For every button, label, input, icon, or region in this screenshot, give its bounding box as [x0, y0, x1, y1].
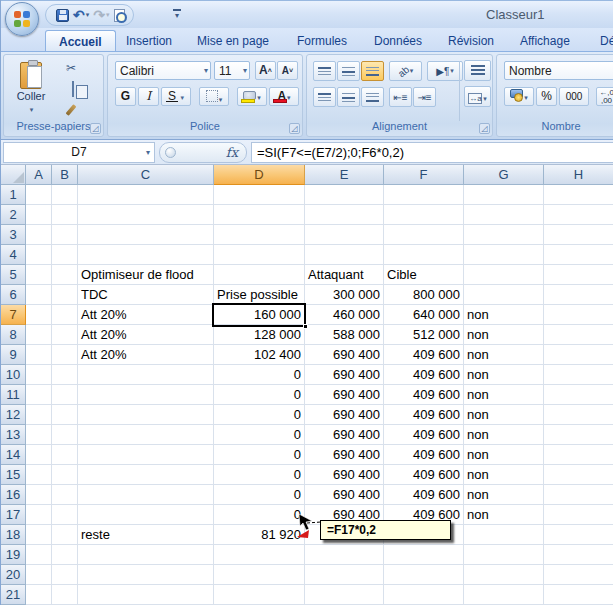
cell-A5[interactable]	[26, 265, 52, 285]
cell-E9[interactable]: 690 400	[305, 345, 384, 365]
cell-H9[interactable]	[544, 345, 613, 365]
column-header-H[interactable]: H	[544, 165, 613, 185]
alignment-dialog-launcher[interactable]: ◿	[479, 123, 490, 134]
cell-H12[interactable]	[544, 405, 613, 425]
save-button[interactable]	[56, 6, 69, 24]
cell-C6[interactable]: TDC	[78, 285, 214, 305]
text-direction-button[interactable]: ▶¶▾	[427, 61, 463, 81]
cell-D1[interactable]	[214, 185, 305, 205]
name-box[interactable]: D7▾	[3, 142, 155, 163]
cell-H5[interactable]	[544, 265, 613, 285]
increase-decimal-button[interactable]: ←,0,00	[596, 87, 613, 106]
cell-H3[interactable]	[544, 225, 613, 245]
cell-B15[interactable]	[52, 465, 78, 485]
cell-A15[interactable]	[26, 465, 52, 485]
cell-F2[interactable]	[384, 205, 464, 225]
cell-C19[interactable]	[78, 545, 214, 565]
cell-D6[interactable]: Prise possible	[214, 285, 305, 305]
row-header-5[interactable]: 5	[1, 265, 26, 285]
tab-mise-en-page[interactable]: Mise en page	[184, 30, 282, 52]
cell-F10[interactable]: 409 600	[384, 365, 464, 385]
cell-B10[interactable]	[52, 365, 78, 385]
cell-E13[interactable]: 690 400	[305, 425, 384, 445]
row-header-16[interactable]: 16	[1, 485, 26, 505]
cell-G6[interactable]	[464, 285, 544, 305]
undo-button[interactable]: ↶▾	[73, 6, 89, 24]
cell-A11[interactable]	[26, 385, 52, 405]
cell-G3[interactable]	[464, 225, 544, 245]
cut-button[interactable]: ✂	[60, 59, 82, 77]
underline-caret-icon[interactable]: ▾	[180, 94, 184, 101]
cell-H8[interactable]	[544, 325, 613, 345]
cell-H4[interactable]	[544, 245, 613, 265]
cell-H6[interactable]	[544, 285, 613, 305]
cell-D14[interactable]: 0	[214, 445, 305, 465]
cell-G7[interactable]: non	[464, 305, 544, 325]
row-header-6[interactable]: 6	[1, 285, 26, 305]
cell-F1[interactable]	[384, 185, 464, 205]
paste-caret-icon[interactable]: ▾	[30, 106, 34, 113]
cell-H10[interactable]	[544, 365, 613, 385]
cell-A6[interactable]	[26, 285, 52, 305]
cell-D20[interactable]	[214, 565, 305, 585]
cell-B2[interactable]	[52, 205, 78, 225]
cell-H7[interactable]	[544, 305, 613, 325]
cell-C20[interactable]	[78, 565, 214, 585]
font-name-select[interactable]: Calibri▾	[115, 61, 211, 80]
row-header-14[interactable]: 14	[1, 445, 26, 465]
cell-A21[interactable]	[26, 585, 52, 605]
fill-handle[interactable]	[303, 324, 308, 329]
cell-E12[interactable]: 690 400	[305, 405, 384, 425]
shrink-font-button[interactable]: A˅	[277, 61, 298, 80]
cell-B9[interactable]	[52, 345, 78, 365]
cell-G21[interactable]	[464, 585, 544, 605]
cell-F12[interactable]: 409 600	[384, 405, 464, 425]
cell-C4[interactable]	[78, 245, 214, 265]
cell-C16[interactable]	[78, 485, 214, 505]
cell-D15[interactable]: 0	[214, 465, 305, 485]
cell-A7[interactable]	[26, 305, 52, 325]
cell-G2[interactable]	[464, 205, 544, 225]
cell-G10[interactable]: non	[464, 365, 544, 385]
cell-G12[interactable]: non	[464, 405, 544, 425]
cell-C18[interactable]: reste	[78, 525, 214, 545]
cell-D16[interactable]: 0	[214, 485, 305, 505]
borders-button[interactable]: ▾	[199, 87, 229, 106]
cell-D5[interactable]	[214, 265, 305, 285]
cell-A18[interactable]	[26, 525, 52, 545]
align-bottom-button[interactable]	[361, 61, 384, 81]
cell-E15[interactable]: 690 400	[305, 465, 384, 485]
cell-B11[interactable]	[52, 385, 78, 405]
row-header-4[interactable]: 4	[1, 245, 26, 265]
orientation-button[interactable]: ab▾	[389, 61, 422, 81]
cell-B13[interactable]	[52, 425, 78, 445]
cell-H17[interactable]	[544, 505, 613, 525]
tab-insertion[interactable]: Insertion	[113, 30, 185, 52]
cell-F19[interactable]	[384, 545, 464, 565]
cell-C21[interactable]	[78, 585, 214, 605]
align-middle-button[interactable]	[337, 61, 360, 81]
cell-F8[interactable]: 512 000	[384, 325, 464, 345]
decrease-indent-button[interactable]: ⇤≡	[389, 87, 412, 107]
row-header-3[interactable]: 3	[1, 225, 26, 245]
cell-A17[interactable]	[26, 505, 52, 525]
cell-B3[interactable]	[52, 225, 78, 245]
font-color-button[interactable]: A▾	[269, 87, 299, 106]
cell-C3[interactable]	[78, 225, 214, 245]
office-button[interactable]	[5, 2, 39, 36]
cell-G19[interactable]	[464, 545, 544, 565]
cell-F11[interactable]: 409 600	[384, 385, 464, 405]
column-header-G[interactable]: G	[464, 165, 544, 185]
row-header-1[interactable]: 1	[1, 185, 26, 205]
cell-H11[interactable]	[544, 385, 613, 405]
cell-H19[interactable]	[544, 545, 613, 565]
cell-F9[interactable]: 409 600	[384, 345, 464, 365]
customize-qat-button[interactable]: ▾	[173, 9, 181, 19]
cell-F6[interactable]: 800 000	[384, 285, 464, 305]
cell-A19[interactable]	[26, 545, 52, 565]
cell-A1[interactable]	[26, 185, 52, 205]
paste-button[interactable]: Coller ▾	[10, 59, 52, 121]
copy-button[interactable]	[60, 80, 82, 98]
cell-H13[interactable]	[544, 425, 613, 445]
cell-E10[interactable]: 690 400	[305, 365, 384, 385]
